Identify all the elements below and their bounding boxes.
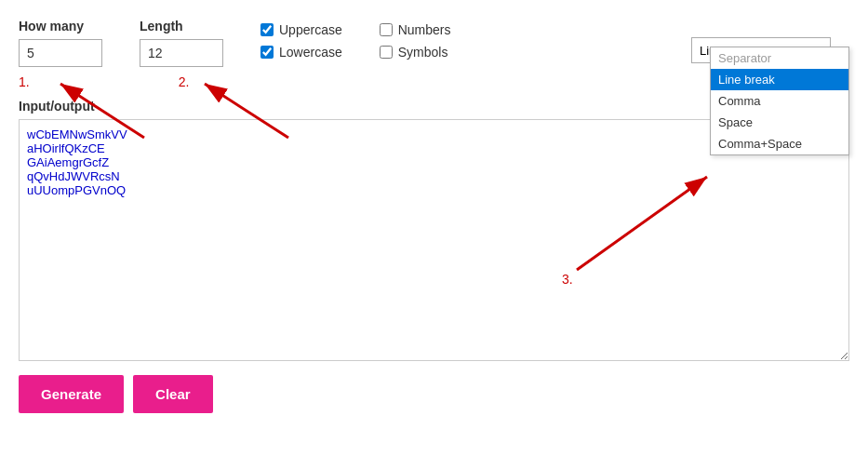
- lowercase-checkbox[interactable]: [260, 46, 274, 59]
- symbols-label: Symbols: [398, 45, 448, 60]
- annotation-1: 1.: [19, 74, 30, 89]
- numbers-checkbox-item[interactable]: Numbers: [380, 22, 461, 37]
- symbols-checkbox[interactable]: [380, 46, 393, 59]
- symbols-checkbox-item[interactable]: Symbols: [380, 45, 461, 60]
- annotation-2: 2.: [179, 74, 190, 89]
- dropdown-option-space[interactable]: Space: [711, 112, 848, 133]
- clear-button[interactable]: Clear: [133, 375, 213, 413]
- checkboxes-group: Uppercase Numbers Lowercase Symbols: [260, 22, 461, 60]
- separator-dropdown: Separator Line break Comma Space Comma+S…: [710, 47, 849, 155]
- numbers-checkbox[interactable]: [380, 23, 393, 36]
- output-textarea[interactable]: wCbEMNwSmkVV aHOirlfQKzCE GAiAemgrGcfZ q…: [19, 119, 849, 361]
- uppercase-checkbox[interactable]: [260, 23, 274, 36]
- dropdown-option-comma[interactable]: Comma: [711, 90, 848, 112]
- lowercase-label: Lowercase: [279, 45, 342, 60]
- how-many-input[interactable]: [19, 39, 102, 67]
- numbers-label: Numbers: [398, 22, 451, 37]
- bottom-bar: Generate Clear: [19, 375, 849, 413]
- uppercase-checkbox-item[interactable]: Uppercase: [260, 22, 342, 37]
- generate-button[interactable]: Generate: [19, 375, 124, 413]
- uppercase-label: Uppercase: [279, 22, 342, 37]
- dropdown-option-separator[interactable]: Separator: [711, 47, 848, 69]
- length-input[interactable]: [140, 39, 223, 67]
- dropdown-option-commaspace[interactable]: Comma+Space: [711, 133, 848, 154]
- length-label: Length: [140, 19, 223, 34]
- length-group: Length: [140, 19, 223, 67]
- dropdown-option-linebreak[interactable]: Line break: [711, 69, 848, 90]
- lowercase-checkbox-item[interactable]: Lowercase: [260, 45, 342, 60]
- how-many-label: How many: [19, 19, 102, 34]
- how-many-group: How many: [19, 19, 102, 67]
